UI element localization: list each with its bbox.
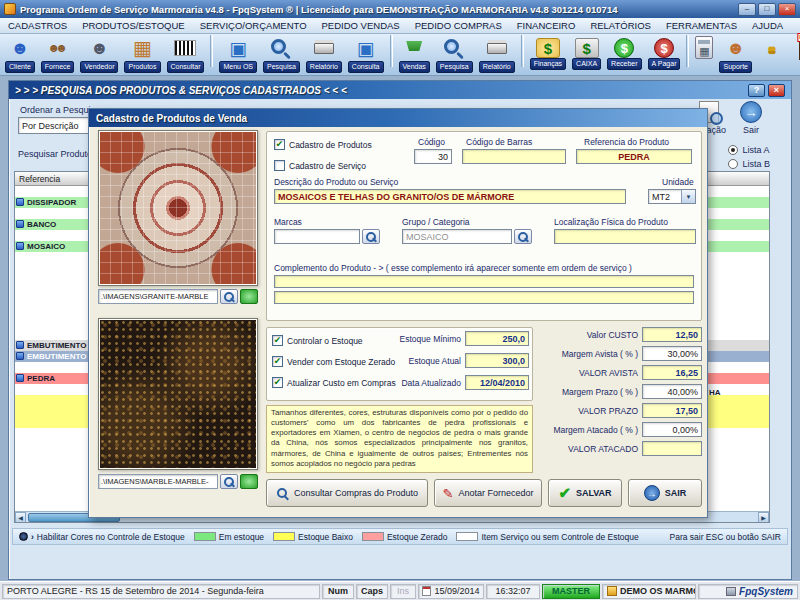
open-image1-button[interactable] (240, 289, 258, 304)
lista-a-radio[interactable]: Lista A (728, 145, 770, 155)
codigo-barras-field[interactable] (462, 149, 566, 164)
price-field-label: VALOR PRAZO (539, 406, 638, 416)
stock-checkbox[interactable]: Atualizar Custo em Compras (272, 377, 396, 388)
toolbar-button-label: CAIXA (572, 58, 601, 70)
toolbar-button[interactable]: Suporte (716, 35, 755, 73)
toolbar-button[interactable]: Relatório (476, 35, 518, 73)
codigo-field[interactable]: 30 (414, 149, 452, 164)
image1-path-field[interactable]: .\IMAGENS\GRANITE-MARBLE (98, 289, 218, 304)
register-type-checkbox[interactable]: Cadastro de Serviço (274, 160, 372, 171)
menu-item[interactable]: SERVIÇO/ORÇAMENTO (200, 20, 307, 31)
toolbar-button[interactable]: EXIT (789, 35, 800, 61)
checkbox-icon[interactable] (274, 160, 285, 171)
toolbar-button[interactable]: Fornece (38, 35, 78, 73)
menu-item[interactable]: PRODUTOS/ESTOQUE (82, 20, 185, 31)
menu-item[interactable]: PEDIDO COMPRAS (415, 20, 502, 31)
minimize-button[interactable]: – (738, 3, 756, 16)
marcas-field[interactable] (274, 229, 360, 244)
stock-checkbox[interactable]: Vender com Estoque Zerado (272, 356, 396, 367)
search-image2-button[interactable] (220, 474, 238, 489)
stock-field-value[interactable]: 250,0 (465, 331, 529, 346)
legend-toggle[interactable]: Habilitar Cores no Controle de Estoque (19, 532, 185, 542)
toolbar-button[interactable]: Cliente (2, 35, 38, 73)
menu-item[interactable]: RELATÓRIOS (590, 20, 651, 31)
price-field-value[interactable]: 0,00% (642, 422, 702, 437)
toolbar-button[interactable] (387, 35, 396, 67)
localizacao-field[interactable] (554, 229, 696, 244)
salvar-button[interactable]: SALVAR (548, 479, 622, 507)
menu-item[interactable]: FINANCEIRO (517, 20, 576, 31)
toolbar-button-label: Pesquisa (263, 61, 300, 73)
stock-field-value[interactable]: 300,0 (465, 353, 529, 368)
chevron-down-icon[interactable] (681, 190, 695, 203)
checkbox-icon[interactable] (274, 139, 285, 150)
toolbar-button[interactable]: Vendas (396, 35, 433, 73)
toolbar-button[interactable]: Pesquisa (433, 35, 476, 73)
toolbar-button[interactable]: Relatório (303, 35, 345, 73)
title-bar[interactable]: Programa Ordem de Serviço Marmoraria v4.… (0, 0, 800, 18)
toolbar-button[interactable] (683, 35, 692, 67)
checkbox-icon[interactable] (272, 356, 283, 367)
price-field-value[interactable]: 17,50 (642, 403, 702, 418)
toolbar-button[interactable]: Menu OS (216, 35, 260, 73)
toolbar-button[interactable]: Consulta (345, 35, 387, 73)
price-field-value[interactable]: 40,00% (642, 384, 702, 399)
toolbar-button[interactable]: Produtos (121, 35, 163, 73)
toolbar-button[interactable] (692, 35, 716, 59)
unidade-select[interactable]: MT2 (648, 189, 696, 204)
complemento-line2[interactable] (274, 291, 694, 304)
status-time: 16:32:07 (486, 584, 540, 599)
checkbox-icon[interactable] (272, 335, 283, 346)
menu-item[interactable]: FERRAMENTAS (666, 20, 737, 31)
scroll-right-icon[interactable]: ▶ (758, 512, 769, 523)
toolbar-button[interactable]: Receber (604, 35, 644, 70)
consultar-compras-button[interactable]: Consultar Compras do Produto (266, 479, 428, 507)
referencia-text: BANCO (27, 220, 56, 229)
dialog-title-bar[interactable]: Cadastro de Produtos de Venda (89, 109, 707, 127)
help-button[interactable]: ? (748, 84, 765, 97)
window-close-button[interactable]: × (768, 84, 785, 97)
toolbar-button[interactable]: Vendedor (77, 35, 121, 73)
complemento-line1[interactable] (274, 275, 694, 288)
product-description-textarea[interactable]: Tamanhos diferentes, cores, estruturas d… (266, 405, 533, 473)
open-image2-button[interactable] (240, 474, 258, 489)
register-type-checkbox[interactable]: Cadastro de Produtos (274, 139, 372, 150)
grupo-field[interactable]: MOSAICO (402, 229, 512, 244)
menu-item[interactable]: AJUDA (752, 20, 783, 31)
toolbar-button[interactable]: A Pagar (645, 35, 684, 70)
maximize-button[interactable]: □ (758, 3, 776, 16)
sair-button[interactable]: SAIR (628, 479, 702, 507)
descricao-field[interactable]: MOSAICOS E TELHAS DO GRANITO/OS DE MÁRMO… (274, 189, 626, 204)
sair-window-button[interactable]: Sair (740, 101, 762, 135)
price-field-value[interactable]: 16,25 (642, 365, 702, 380)
lista-b-radio[interactable]: Lista B (728, 159, 770, 169)
printer-icon (483, 35, 511, 61)
toolbar-button[interactable]: Pesquisa (260, 35, 303, 73)
toolbar-button[interactable] (518, 35, 527, 67)
price-field-value[interactable] (642, 441, 702, 456)
search-grupo-button[interactable] (514, 229, 532, 244)
checkbox-icon[interactable] (272, 377, 283, 388)
checkbox-label: Atualizar Custo em Compras (287, 378, 396, 388)
menu-item[interactable]: PEDIDO VENDAS (322, 20, 400, 31)
close-button[interactable]: × (778, 3, 796, 16)
stock-field-value[interactable]: 12/04/2010 (465, 375, 529, 390)
toolbar-button[interactable]: Consultar (164, 35, 208, 73)
toolbar-button[interactable]: CAIXA (569, 35, 604, 70)
search-window-header[interactable]: > > > PESQUISA DOS PRODUTOS & SERVIÇOS C… (9, 81, 791, 99)
search-marcas-button[interactable] (362, 229, 380, 244)
price-field-value[interactable]: 30,00% (642, 346, 702, 361)
scroll-left-icon[interactable]: ◀ (15, 512, 26, 523)
menu-item[interactable]: CADASTROS (8, 20, 67, 31)
anotar-fornecedor-button[interactable]: Anotar Fornecedor (434, 479, 542, 507)
toolbar-button[interactable]: Finanças (527, 35, 569, 70)
toolbar-button[interactable] (207, 35, 216, 67)
stock-checkbox[interactable]: Controlar o Estoque (272, 335, 396, 346)
search-image1-button[interactable] (220, 289, 238, 304)
price-field-row: Margem Avista ( % ) 30,00% (539, 346, 702, 361)
image2-path-field[interactable]: .\IMAGENS\MARBLE-MARBLE- (98, 474, 218, 489)
referencia-field[interactable]: PEDRA (576, 149, 692, 164)
toolbar-button[interactable] (755, 35, 789, 61)
price-field-value[interactable]: 12,50 (642, 327, 702, 342)
brand-logo: FpqSystem (739, 586, 793, 597)
